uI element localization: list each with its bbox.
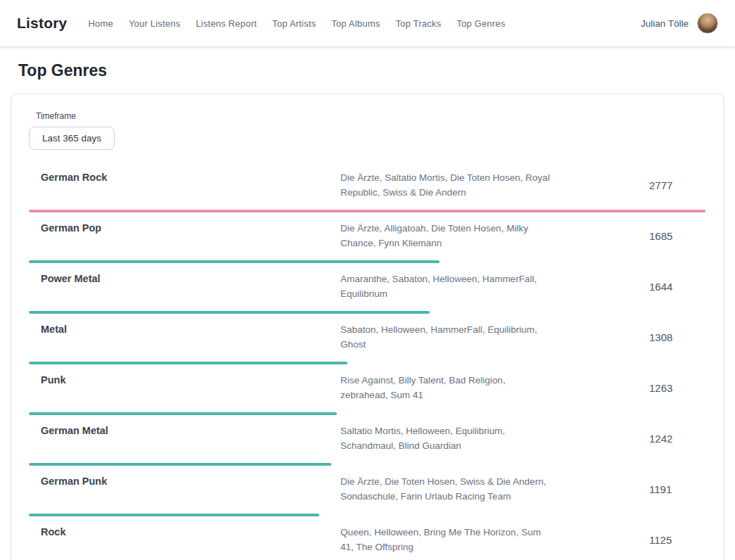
user-name: Julian Tölle (641, 18, 689, 29)
top-genres-card: Timeframe Last 365 days German Rock Die … (11, 94, 724, 560)
genre-row[interactable]: German Pop Die Ärzte, Alligatoah, Die To… (29, 212, 705, 263)
genre-count: 1263 (649, 382, 705, 394)
genre-name: Punk (29, 373, 329, 388)
user-avatar[interactable] (697, 13, 718, 34)
genre-artists: Sabaton, Helloween, HammerFall, Equilibr… (329, 322, 553, 352)
nav-item-top-genres[interactable]: Top Genres (456, 18, 505, 29)
genre-artists: Saltatio Mortis, Helloween, Equilibrium,… (329, 424, 553, 453)
genre-artists: Rise Against, Billy Talent, Bad Religion… (329, 373, 553, 402)
genre-row[interactable]: Power Metal Amaranthe, Sabaton, Hellowee… (29, 263, 705, 314)
genre-row[interactable]: Metal Sabaton, Helloween, HammerFall, Eq… (29, 314, 705, 364)
genre-name: Rock (29, 525, 329, 540)
genre-count: 1125 (649, 534, 705, 546)
genre-row[interactable]: Rock Queen, Helloween, Bring Me The Hori… (29, 516, 705, 560)
page-content: Top Genres Timeframe Last 365 days Germa… (0, 61, 735, 560)
genre-count: 1308 (649, 331, 705, 343)
timeframe-label: Timeframe (36, 111, 705, 121)
genre-row[interactable]: German Punk Die Ärzte, Die Toten Hosen, … (29, 466, 705, 516)
genre-count: 1191 (649, 483, 705, 495)
timeframe-select[interactable]: Last 365 days (29, 127, 115, 150)
nav-item-top-albums[interactable]: Top Albums (331, 18, 380, 29)
genre-name: Power Metal (29, 272, 329, 286)
nav-item-listens-report[interactable]: Listens Report (196, 18, 257, 29)
genre-artists: Amaranthe, Sabaton, Helloween, HammerFal… (329, 272, 553, 301)
genre-artists: Die Ärzte, Saltatio Mortis, Die Toten Ho… (329, 170, 553, 200)
genre-row[interactable]: German Rock Die Ärzte, Saltatio Mortis, … (29, 162, 705, 212)
top-nav: Listory HomeYour ListensListens ReportTo… (0, 0, 735, 46)
genre-count: 2777 (649, 179, 705, 191)
genre-count: 1685 (649, 230, 705, 242)
genre-row[interactable]: Punk Rise Against, Billy Talent, Bad Rel… (29, 364, 705, 415)
genre-artists: Die Ärzte, Die Toten Hosen, Swiss & Die … (329, 474, 553, 504)
main-nav: HomeYour ListensListens ReportTop Artist… (88, 18, 505, 29)
genre-name: German Punk (29, 474, 329, 489)
timeframe-filter: Timeframe Last 365 days (36, 111, 705, 150)
genre-name: Metal (29, 322, 329, 337)
genre-artists: Die Ärzte, Alligatoah, Die Toten Hosen, … (329, 221, 553, 250)
genre-name: German Metal (29, 424, 329, 438)
genre-count: 1242 (649, 433, 705, 445)
nav-item-top-tracks[interactable]: Top Tracks (395, 18, 441, 29)
genre-row[interactable]: German Metal Saltatio Mortis, Helloween,… (29, 415, 705, 466)
genre-table: German Rock Die Ärzte, Saltatio Mortis, … (29, 162, 705, 560)
genre-artists: Queen, Helloween, Bring Me The Horizon, … (329, 525, 553, 554)
genre-name: German Rock (29, 170, 329, 185)
page-title: Top Genres (18, 61, 735, 80)
app-logo[interactable]: Listory (17, 15, 67, 32)
nav-item-top-artists[interactable]: Top Artists (272, 18, 316, 29)
genre-name: German Pop (29, 221, 329, 236)
nav-item-your-listens[interactable]: Your Listens (129, 18, 180, 29)
genre-count: 1644 (649, 281, 705, 293)
nav-item-home[interactable]: Home (88, 18, 113, 29)
